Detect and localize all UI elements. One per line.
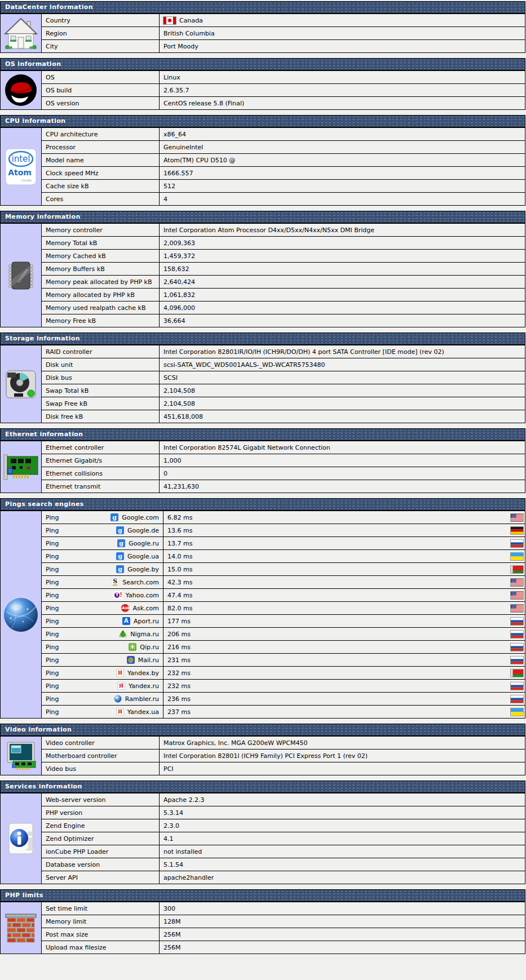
row-label: Disk free kB xyxy=(42,410,160,423)
ping-row: PingЯYandex.by232 ms xyxy=(42,667,525,680)
search-engine: gGoogle.com xyxy=(110,513,159,521)
house-icon xyxy=(1,14,42,52)
row-value: 4 xyxy=(160,193,525,205)
table-row: OSLinux xyxy=(42,71,525,84)
search-engine: AskAsk.com xyxy=(121,604,159,612)
ping-label: Ping xyxy=(46,514,59,521)
row-label-text: Swap Total kB xyxy=(46,387,89,394)
svg-text:inside: inside xyxy=(21,178,32,182)
row-label: PHP version xyxy=(42,806,160,819)
row-label-text: Ethernet transmit xyxy=(46,483,100,490)
ping-label: Ping xyxy=(46,592,59,599)
row-label-text: Memory used realpath cache kB xyxy=(46,304,146,312)
ping-label: Ping xyxy=(46,708,59,716)
row-value-text: 2,640,424 xyxy=(163,278,195,286)
row-value-text: 2.6.35.7 xyxy=(163,87,189,94)
table-row: Memory Free kB36,664 xyxy=(42,314,525,327)
section-header: Memory information xyxy=(0,211,525,224)
row-label-text: Upload max filesize xyxy=(46,944,107,951)
row-value: 451,618,008 xyxy=(160,410,525,423)
table-row: CountryCanada xyxy=(42,14,525,27)
hdd-icon xyxy=(1,345,42,423)
row-label-text: ionCube PHP Loader xyxy=(46,848,108,855)
row-value: Intel Corporation Atom Processor D4xx/D5… xyxy=(160,224,525,236)
ru-flag-icon xyxy=(511,695,523,703)
row-label: Disk unit xyxy=(42,358,160,371)
row-value: CentOS release 5.8 (Final) xyxy=(160,97,525,109)
section-header: Services information xyxy=(0,781,525,793)
row-label: Memory Buffers kB xyxy=(42,263,160,275)
row-label-text: Video bus xyxy=(46,765,76,773)
row-value: Linux xyxy=(160,71,525,83)
row-value: 2.3.0 xyxy=(160,819,525,832)
row-value-text: 2,104,508 xyxy=(163,400,195,407)
ping-label: Ping xyxy=(46,527,59,534)
section-header: Storage information xyxy=(0,332,525,345)
row-label-text: Cache size kB xyxy=(46,183,89,190)
row-value: 4,096,000 xyxy=(160,301,525,314)
by-flag-icon xyxy=(511,566,523,573)
table-row: Cores4 xyxy=(42,193,525,205)
ping-value-text: 232 ms xyxy=(167,682,191,690)
ping-value: 231 ms xyxy=(163,654,525,666)
row-label: Swap Total kB xyxy=(42,384,160,397)
row-value-text: scsi-SATA_WDC_WD5001AALS-_WD-WCATR575348… xyxy=(163,361,325,369)
row-value: 1666.557 xyxy=(160,167,525,179)
table-row: Disk free kB451,618,008 xyxy=(42,410,525,423)
table-row: CPU architecturex86_64 xyxy=(42,128,525,141)
row-value-text: 2,009,363 xyxy=(163,240,195,247)
row-value-text: 0 xyxy=(163,470,167,477)
row-label-text: RAID controller xyxy=(46,348,92,356)
ping-value-text: 237 ms xyxy=(167,708,191,716)
section-title: Video information xyxy=(5,726,72,733)
section-memory: Memory information Lindows Memory contro… xyxy=(0,211,525,327)
section-header: PHP limits xyxy=(0,889,525,902)
row-label-text: Set time limit xyxy=(46,905,87,912)
row-value: not installed xyxy=(160,845,525,858)
ping-label-cell: PingY!Yahoo.com xyxy=(42,589,163,601)
row-label-text: OS xyxy=(46,74,55,81)
table-row: RegionBritish Columbia xyxy=(42,27,525,40)
de-flag-icon xyxy=(511,527,523,534)
row-label: ionCube PHP Loader xyxy=(42,845,160,858)
row-label-text: Memory Cached kB xyxy=(46,252,106,260)
row-label: Set time limit xyxy=(42,902,160,915)
row-label: Ethernet transmit xyxy=(42,480,160,493)
row-value: Port Moody xyxy=(160,40,525,52)
us-flag-icon xyxy=(511,592,523,599)
ping-row: PinggGoogle.de13.6 ms xyxy=(42,524,525,537)
row-label: Model name xyxy=(42,154,160,166)
ping-value: 206 ms xyxy=(163,628,525,640)
ua-flag-icon xyxy=(511,553,523,560)
row-label: OS xyxy=(42,71,160,83)
ping-value-text: 236 ms xyxy=(167,695,191,703)
row-value: 36,664 xyxy=(160,314,525,327)
row-value-text: Port Moody xyxy=(163,43,198,50)
ping-value: 13.6 ms xyxy=(163,524,525,536)
row-label-text: Disk unit xyxy=(46,361,73,369)
ping-row: Ping@Mail.ru231 ms xyxy=(42,654,525,667)
section-ethernet: Ethernet information Ethernet controller… xyxy=(0,428,525,493)
ping-label: Ping xyxy=(46,682,59,690)
table-row: Web-server versionApache 2.2.3 xyxy=(42,793,525,806)
row-value: British Columbia xyxy=(160,27,525,39)
row-value: PCI xyxy=(160,762,525,775)
section-pings: Pings search engines xyxy=(0,498,525,719)
row-label-text: Memory Total kB xyxy=(46,240,97,247)
ping-value: 6.82 ms xyxy=(163,511,525,524)
ping-label-cell: PinggGoogle.by xyxy=(42,563,163,575)
row-value: x86_64 xyxy=(160,128,525,140)
row-value: 0 xyxy=(160,467,525,480)
row-value-text: 300 xyxy=(163,905,175,912)
table-row: Zend Optimizer4.1 xyxy=(42,832,525,845)
ping-row: PinggGoogle.by15.0 ms xyxy=(42,563,525,576)
row-label: Cores xyxy=(42,193,160,205)
row-value-text: 2,104,508 xyxy=(163,387,195,394)
row-value-text: CentOS release 5.8 (Final) xyxy=(163,100,244,107)
ping-value: 13.7 ms xyxy=(163,537,525,549)
ping-label: Ping xyxy=(46,605,59,612)
table-row: Memory controllerIntel Corporation Atom … xyxy=(42,224,525,237)
section-header: Pings search engines xyxy=(0,498,525,511)
row-label: Memory used realpath cache kB xyxy=(42,301,160,314)
ru-flag-icon xyxy=(511,644,523,651)
